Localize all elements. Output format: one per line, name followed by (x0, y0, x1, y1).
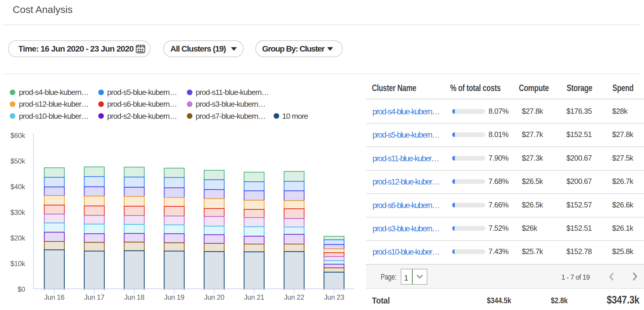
svg-text:Jun 18: Jun 18 (124, 293, 144, 301)
svg-text:Jun 21: Jun 21 (244, 293, 264, 301)
svg-text:$10k: $10k (10, 260, 25, 268)
svg-text:$20k: $20k (10, 234, 25, 242)
svg-text:Jun 17: Jun 17 (84, 293, 104, 301)
svg-text:Jun 19: Jun 19 (164, 293, 184, 301)
svg-text:Jun 23: Jun 23 (324, 293, 344, 301)
svg-text:Jun 22: Jun 22 (284, 293, 304, 301)
svg-text:Jun 20: Jun 20 (204, 293, 224, 301)
svg-text:Jun 16: Jun 16 (44, 293, 65, 301)
svg-text:$0: $0 (17, 286, 25, 293)
svg-text:$30k: $30k (10, 209, 25, 216)
svg-text:$60k: $60k (10, 132, 25, 139)
svg-text:$40k: $40k (10, 183, 25, 191)
svg-text:$50k: $50k (10, 157, 25, 165)
